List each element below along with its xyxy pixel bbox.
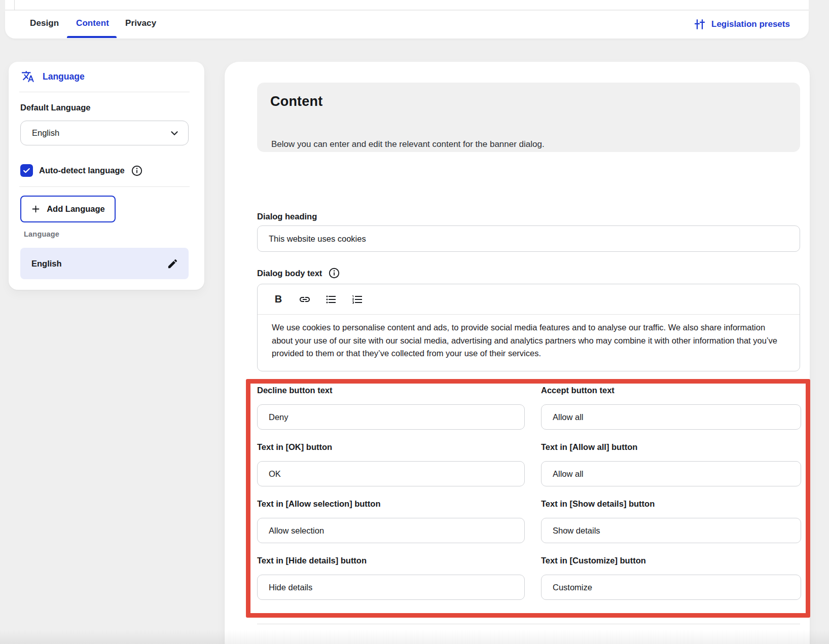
customize-button-text-label: Text in [Customize] button bbox=[541, 556, 646, 565]
dialog-body-label-row: Dialog body text bbox=[257, 267, 340, 279]
sidebar-divider-1 bbox=[19, 92, 190, 92]
link-icon[interactable] bbox=[297, 292, 312, 307]
allow-all-button-text-label: Text in [Allow all] button bbox=[541, 442, 637, 452]
page-title: Content bbox=[270, 94, 322, 109]
bottom-section-divider bbox=[257, 624, 800, 624]
active-tab-underline bbox=[67, 36, 117, 38]
info-icon[interactable] bbox=[328, 267, 340, 279]
tab-bar: Design Content Privacy Legislation prese… bbox=[5, 11, 809, 39]
hide-details-button-text-label: Text in [Hide details] button bbox=[257, 556, 367, 565]
default-language-select[interactable]: English bbox=[20, 121, 189, 145]
sidebar-divider-2 bbox=[19, 186, 190, 187]
edit-pencil-icon[interactable] bbox=[167, 258, 178, 270]
allow-all-button-text-input[interactable] bbox=[541, 461, 801, 486]
legislation-presets-button[interactable]: Legislation presets bbox=[694, 11, 790, 37]
language-list-header: Language bbox=[24, 230, 59, 238]
legislation-presets-label: Legislation presets bbox=[711, 19, 790, 29]
translate-icon bbox=[21, 70, 34, 83]
customize-button-text-input[interactable] bbox=[541, 575, 801, 600]
auto-detect-label: Auto-detect language bbox=[39, 166, 125, 175]
language-sidebar: Language Default Language English Auto-d… bbox=[9, 62, 204, 290]
info-icon[interactable] bbox=[131, 165, 143, 177]
default-language-label: Default Language bbox=[20, 103, 90, 112]
language-item-name: English bbox=[31, 259, 167, 269]
accept-button-text-label: Accept button text bbox=[541, 386, 615, 395]
bulleted-list-icon[interactable] bbox=[323, 292, 339, 307]
page-subtitle: Below you can enter and edit the relevan… bbox=[271, 139, 545, 149]
chevron-down-icon bbox=[169, 128, 180, 139]
default-language-value: English bbox=[32, 128, 169, 138]
sidebar-header: Language bbox=[21, 70, 85, 83]
show-details-button-text-label: Text in [Show details] button bbox=[541, 499, 655, 509]
add-language-label: Add Language bbox=[47, 204, 105, 214]
tab-content[interactable]: Content bbox=[76, 11, 109, 36]
accept-button-text-input[interactable] bbox=[541, 404, 801, 430]
dialog-heading-input[interactable] bbox=[257, 225, 800, 252]
auto-detect-checkbox[interactable] bbox=[20, 164, 33, 177]
dialog-body-text[interactable]: We use cookies to personalise content an… bbox=[258, 315, 800, 360]
tune-sliders-icon bbox=[694, 18, 706, 30]
cmp-content-settings-page: { "colors": { "accent": "#1c38d2", "anno… bbox=[0, 0, 829, 644]
allow-selection-button-text-input[interactable] bbox=[257, 518, 525, 543]
numbered-list-icon[interactable] bbox=[350, 292, 365, 307]
tab-design[interactable]: Design bbox=[30, 11, 59, 36]
sidebar-title: Language bbox=[43, 71, 85, 82]
allow-selection-button-text-label: Text in [Allow selection] button bbox=[257, 499, 381, 509]
dialog-body-editor: B We use cookies to personalise content … bbox=[257, 284, 800, 371]
topbar-upper-strip bbox=[5, 0, 809, 10]
editor-toolbar: B bbox=[258, 284, 800, 315]
content-header-box: Content Below you can enter and edit the… bbox=[257, 83, 800, 152]
tab-privacy[interactable]: Privacy bbox=[125, 11, 156, 36]
ok-button-text-label: Text in [OK] button bbox=[257, 442, 332, 452]
decline-button-text-input[interactable] bbox=[257, 404, 525, 430]
ok-button-text-input[interactable] bbox=[257, 461, 525, 486]
dialog-heading-label: Dialog heading bbox=[257, 212, 317, 221]
show-details-button-text-input[interactable] bbox=[541, 518, 801, 543]
topbar-upper-divider bbox=[14, 0, 15, 10]
bold-icon[interactable]: B bbox=[271, 292, 286, 307]
checkmark-icon bbox=[22, 166, 31, 175]
dialog-body-label: Dialog body text bbox=[257, 269, 322, 278]
hide-details-button-text-input[interactable] bbox=[257, 575, 525, 600]
decline-button-text-label: Decline button text bbox=[257, 386, 333, 395]
language-list-item-english[interactable]: English bbox=[20, 248, 189, 279]
plus-icon bbox=[31, 204, 41, 214]
add-language-button[interactable]: Add Language bbox=[20, 196, 116, 222]
content-panel: Content Below you can enter and edit the… bbox=[225, 62, 810, 644]
